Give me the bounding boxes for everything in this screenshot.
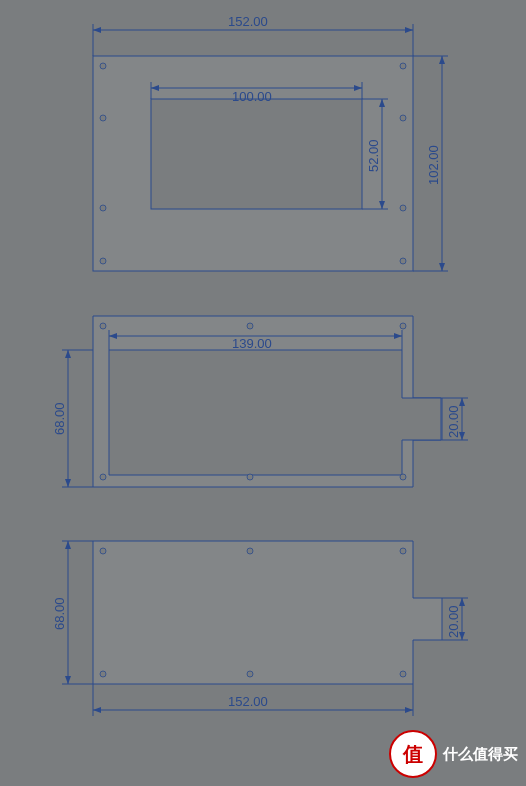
part-2: 139.00 68.00 20.00 — [52, 316, 468, 487]
dim-p3-notch: 20.00 — [446, 605, 461, 638]
svg-point-7 — [400, 115, 406, 121]
watermark-text: 什么值得买 — [443, 745, 518, 764]
dim-p1-height: 102.00 — [426, 145, 441, 185]
watermark: 值 什么值得买 — [389, 730, 518, 778]
svg-point-23 — [100, 474, 106, 480]
dim-p2-notch: 20.00 — [446, 405, 461, 438]
part-1: 152.00 100.00 102.00 52.00 — [93, 14, 448, 271]
svg-point-41 — [400, 548, 406, 554]
svg-point-3 — [100, 115, 106, 121]
part-3: 68.00 20.00 152.00 — [52, 541, 468, 716]
svg-point-2 — [100, 63, 106, 69]
svg-point-4 — [100, 205, 106, 211]
svg-point-24 — [247, 323, 253, 329]
dim-p3-width: 152.00 — [228, 694, 268, 709]
dim-p3-height: 68.00 — [52, 597, 67, 630]
svg-rect-1 — [151, 99, 362, 209]
dim-p1-inner-h: 52.00 — [366, 139, 381, 172]
dim-p1-inner-w: 100.00 — [232, 89, 272, 104]
svg-point-38 — [100, 671, 106, 677]
svg-point-6 — [400, 63, 406, 69]
svg-point-39 — [247, 548, 253, 554]
dim-p1-width: 152.00 — [228, 14, 268, 29]
svg-point-5 — [100, 258, 106, 264]
svg-point-26 — [400, 323, 406, 329]
dim-p2-inner-w: 139.00 — [232, 336, 272, 351]
dim-p2-height: 68.00 — [52, 402, 67, 435]
watermark-logo: 值 — [389, 730, 437, 778]
svg-point-40 — [247, 671, 253, 677]
svg-point-25 — [247, 474, 253, 480]
cad-drawing: 152.00 100.00 102.00 52.00 139.00 68.00 … — [0, 0, 526, 786]
svg-point-37 — [100, 548, 106, 554]
svg-point-8 — [400, 205, 406, 211]
svg-point-9 — [400, 258, 406, 264]
svg-point-42 — [400, 671, 406, 677]
svg-point-22 — [100, 323, 106, 329]
svg-point-27 — [400, 474, 406, 480]
drawing-canvas: 152.00 100.00 102.00 52.00 139.00 68.00 … — [0, 0, 526, 786]
